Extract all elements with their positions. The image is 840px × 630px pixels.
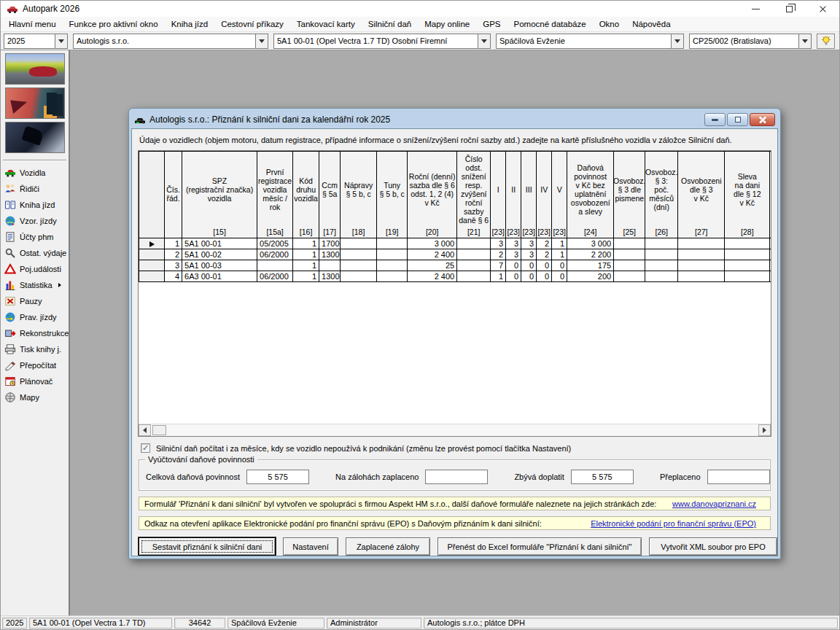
sidebar-item-mapy[interactable]: Mapy	[1, 389, 69, 405]
close-icon	[759, 116, 766, 123]
vehicle-combobox[interactable]: 5A1 00-01 (Opel Vectra 1.7 TD) Osobní Fi…	[273, 34, 491, 49]
tax-months-checkbox[interactable]	[141, 443, 150, 453]
sidebar-item-tisk-knihy-j[interactable]: Tisk knihy j.	[1, 341, 69, 357]
link-www-danovapriznani-cz[interactable]: www.danovapriznani.cz	[672, 499, 756, 508]
field-label-na-zalohach-zaplaceno: Na zálohách zaplaceno	[335, 472, 419, 481]
sidebar-item-planovac[interactable]: Plánovač	[1, 373, 69, 389]
menu-item-tankovaci-karty[interactable]: Tankovací karty	[290, 18, 362, 31]
menu-item-cestovni-prikazy[interactable]: Cestovní příkazy	[214, 18, 290, 31]
info-bar-text: Formulář 'Přiznání k dani silniční' byl …	[144, 499, 656, 508]
status-panel-0: 2025	[2, 618, 27, 629]
chevron-down-icon[interactable]	[798, 34, 811, 48]
column-header-code: [23]	[552, 227, 567, 238]
column-header-code: [20]	[408, 227, 456, 238]
cell: 2 400	[408, 271, 457, 282]
scrollbar-thumb[interactable]	[152, 425, 166, 435]
cell	[341, 260, 377, 271]
button-zaplacene-zalohy[interactable]: Zaplacené zálohy	[346, 537, 430, 556]
sidebar-item-poj-udalosti[interactable]: Poj.události	[1, 261, 69, 277]
company-combobox[interactable]: Autologis s.r.o.	[73, 34, 268, 49]
menu-item-pomocne-databaze[interactable]: Pomocné databáze	[508, 18, 593, 31]
sidebar-item-label: Ostat. výdaje	[20, 249, 66, 257]
scroll-left-button[interactable]	[139, 424, 151, 436]
button-prenest-do-excel-formulare-priznani-k-dani-silnicni[interactable]: Přenést do Excel formuláře "Přiznání k d…	[438, 537, 642, 556]
dialog-titlebar[interactable]: Autologis s.r.o.: Přiznání k silniční da…	[131, 111, 778, 128]
menu-item-funkce-pro-aktivni-okno[interactable]: Funkce pro aktivní okno	[63, 18, 165, 31]
chevron-down-icon[interactable]	[55, 34, 67, 48]
sidebar-item-prepocitat[interactable]: Přepočítat	[1, 357, 69, 373]
field-label-zbyva-doplatit: Zbývá doplatit	[514, 472, 564, 481]
driver-combobox[interactable]: Spáčilová Evženie	[496, 34, 684, 49]
column-header-label: I	[491, 152, 505, 227]
horizontal-scrollbar[interactable]	[139, 424, 771, 436]
menu-item-silnicni-dan[interactable]: Silniční daň	[362, 18, 418, 31]
sidebar-item-kniha-jizd[interactable]: Kniha jízd	[1, 197, 69, 213]
status-panel-5: Autologis s.r.o.; plátce DPH	[424, 618, 838, 629]
chevron-down-icon[interactable]	[478, 34, 490, 48]
cell	[725, 260, 770, 271]
field-zbyva-doplatit[interactable]	[571, 470, 634, 484]
planner-icon	[4, 376, 16, 387]
table-row[interactable]: 25A1 00-0206/2000113002 400233212 200	[139, 249, 772, 260]
menu-item-gps[interactable]: GPS	[476, 18, 507, 31]
year-combobox[interactable]: 2025	[4, 34, 68, 49]
row-selector[interactable]	[139, 249, 165, 260]
column-header-17-4: Ccm § 5a[17]	[319, 152, 341, 238]
dialog-minimize-button[interactable]	[704, 113, 726, 126]
cell: 1	[293, 260, 319, 271]
cell: 1	[165, 238, 182, 249]
table-row[interactable]: 46A3 00-0106/2000113002 40010000200	[139, 271, 772, 282]
cell	[457, 238, 491, 249]
menu-item-kniha-jizd[interactable]: Kniha jízd	[165, 18, 215, 31]
row-selector[interactable]	[139, 260, 165, 271]
link-elektronicke-podani-pro-financni-spravu-epo[interactable]: Elektronické podání pro finanční správu …	[591, 519, 756, 528]
sidebar-item-rekonstrukce[interactable]: Rekonstrukce	[1, 325, 69, 341]
status-panel-4: Administrátor	[327, 618, 421, 629]
row-selector[interactable]	[139, 271, 165, 282]
sidebar-item-vzor-jizdy[interactable]: Vzor. jízdy	[1, 213, 69, 229]
cell: 3	[521, 249, 537, 260]
dialog-maximize-button[interactable]	[727, 113, 748, 126]
cell: 5A1 00-01	[182, 238, 257, 249]
sidebar-item-label: Plánovač	[20, 377, 52, 386]
cell	[678, 238, 725, 249]
button-sestavit-priznani-k-silnicni-dani[interactable]: Sestavit přiznání k silniční dani	[139, 537, 276, 556]
chevron-down-icon[interactable]	[671, 34, 683, 48]
table-row[interactable]: 15A1 00-0105/2005117003 000333213 000	[139, 238, 772, 249]
cell: 0	[552, 271, 567, 282]
sidebar-item-ridici[interactable]: Řidiči	[1, 181, 69, 197]
menu-item-okno[interactable]: Okno	[593, 18, 626, 31]
field-celkova-danova-povinnost[interactable]	[246, 470, 309, 484]
field-na-zalohach-zaplaceno[interactable]	[425, 470, 488, 484]
column-header-23-9: I[23]	[491, 152, 506, 238]
sidebar-item-ucty-phm[interactable]: Účty phm	[1, 229, 69, 245]
button-nastaveni[interactable]: Nastavení	[283, 537, 338, 556]
field-preplaceno[interactable]	[707, 470, 770, 484]
sidebar-item-prav-jizdy[interactable]: Prav. jízdy	[1, 309, 69, 325]
sidebar: VozidlaŘidičiKniha jízdVzor. jízdyÚčty p…	[1, 50, 70, 615]
cell: 0	[521, 271, 537, 282]
table-row[interactable]: 35A1 00-0312570000175	[139, 260, 772, 271]
menu-item-mapy-online[interactable]: Mapy online	[418, 18, 476, 31]
button-vytvorit-xml-soubor-pro-epo[interactable]: Vytvořit XML soubor pro EPO	[649, 537, 777, 556]
restore-button[interactable]	[772, 1, 806, 17]
sidebar-item-ostat-vydaje[interactable]: Ostat. výdaje	[1, 245, 69, 261]
tip-button[interactable]	[817, 34, 835, 49]
sidebar-item-statistika[interactable]: Statistika	[1, 277, 69, 293]
close-button[interactable]	[806, 1, 839, 17]
menu-item-hlavni-menu[interactable]: Hlavní menu	[2, 18, 63, 31]
book-icon	[4, 199, 16, 211]
cell: 2	[165, 249, 182, 260]
cell	[377, 260, 408, 271]
sidebar-item-vozidla[interactable]: Vozidla	[1, 165, 69, 181]
chevron-down-icon[interactable]	[255, 34, 268, 48]
scroll-right-button[interactable]	[758, 424, 771, 436]
cell: 05/2005	[257, 238, 293, 249]
dialog-close-button[interactable]	[750, 113, 775, 126]
menu-item-napoveda[interactable]: Nápověda	[626, 18, 677, 31]
row-selector[interactable]	[139, 238, 165, 249]
statistics-icon	[4, 279, 16, 291]
minimize-button[interactable]	[739, 1, 772, 17]
trip-combobox[interactable]: CP25/002 (Bratislava)	[689, 34, 812, 49]
sidebar-item-pauzy[interactable]: Pauzy	[1, 293, 69, 309]
